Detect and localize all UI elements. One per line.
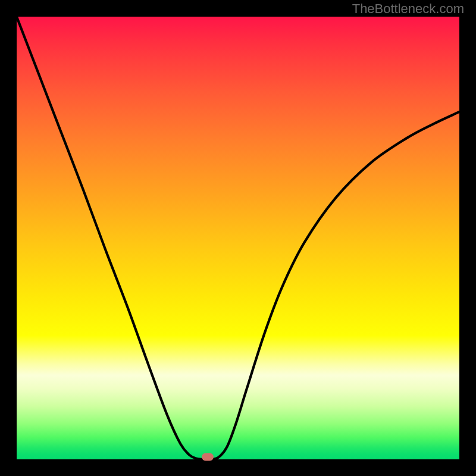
- minimum-marker: [202, 453, 214, 461]
- bottleneck-curve: [17, 17, 459, 459]
- chart-plot-area: [17, 17, 459, 459]
- watermark-text: TheBottleneck.com: [352, 1, 464, 17]
